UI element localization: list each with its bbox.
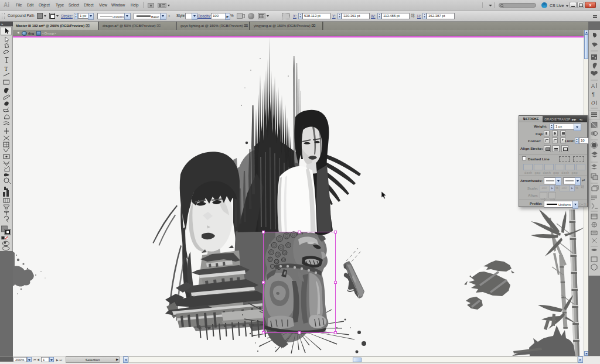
- svg-text:T: T: [5, 66, 8, 72]
- svg-text:¶: ¶: [592, 91, 595, 97]
- svg-text:O: O: [591, 100, 595, 106]
- svg-text:A: A: [591, 83, 595, 89]
